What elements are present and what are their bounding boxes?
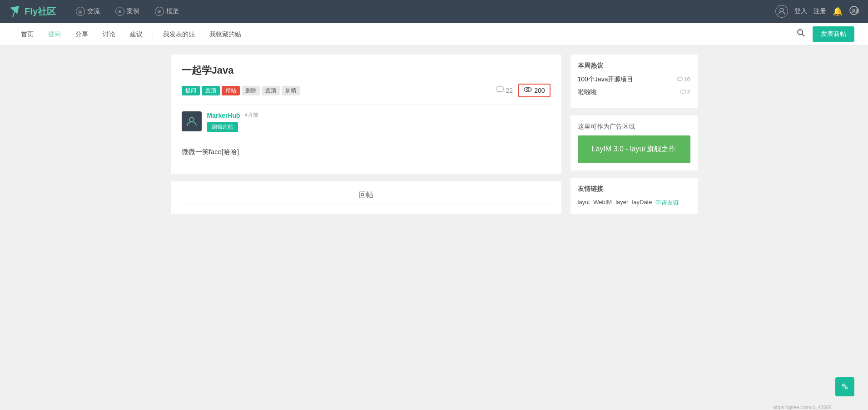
user-avatar-top — [775, 5, 788, 18]
view-count-value: 200 — [534, 87, 545, 94]
svg-point-5 — [798, 30, 803, 35]
view-count-box: 200 — [518, 84, 550, 97]
edit-post-button[interactable]: 编辑此帖 — [207, 122, 238, 132]
nav-kuangjia[interactable]: UI 框架 — [149, 4, 185, 19]
login-link[interactable]: 登入 — [794, 7, 807, 15]
sub-nav-taolun[interactable]: 讨论 — [95, 23, 123, 45]
svg-point-9 — [527, 89, 529, 91]
author-name[interactable]: MarkerHub — [207, 112, 240, 119]
svg-line-6 — [802, 34, 804, 36]
post-meta: 提问 置顶 精帖 删除 置顶 加精 2 — [182, 84, 551, 97]
friend-link-layui[interactable]: layui — [578, 199, 590, 207]
main-wrapper: 一起学Java 提问 置顶 精帖 删除 置顶 加精 — [162, 55, 707, 221]
svg-marker-0 — [10, 6, 19, 14]
sub-nav-divider — [153, 30, 153, 38]
nav-anli[interactable]: ♛ 案例 — [109, 4, 146, 19]
hot-week-card: 本周热议 100个Java开源项目 10 啦啦啦 — [570, 55, 698, 108]
post-tags: 提问 置顶 精帖 删除 置顶 加精 — [182, 86, 300, 95]
author-name-row: MarkerHub 4月前 — [207, 111, 259, 119]
top-nav-links: ◎ 交流 ♛ 案例 UI 框架 — [69, 4, 775, 19]
sub-nav: 首页 提问 分享 讨论 建议 我发表的贴 我收藏的贴 发表新帖 — [0, 23, 868, 45]
new-post-button[interactable]: 发表新帖 — [813, 26, 854, 42]
logo-text: Fly社区 — [25, 5, 56, 18]
ad-banner[interactable]: LayIM 3.0 - layui 旗舰之作 — [578, 135, 690, 163]
kuangjia-circle-icon: UI — [155, 7, 164, 16]
sub-nav-links: 首页 提问 分享 讨论 建议 我发表的贴 我收藏的贴 — [14, 23, 796, 45]
nav-jiaoliu[interactable]: ◎ 交流 — [69, 4, 106, 19]
post-stats: 22 200 — [496, 84, 551, 97]
sub-nav-tiqiu[interactable]: 提问 — [41, 23, 68, 45]
sub-nav-right: 发表新帖 — [796, 26, 854, 42]
friend-link-laydate[interactable]: layDate — [632, 199, 652, 207]
tag-jing[interactable]: 精帖 — [222, 86, 240, 95]
hot-item-1-count: 2 — [680, 89, 690, 95]
user-icon — [778, 7, 786, 15]
search-svg — [796, 28, 805, 37]
friend-links-title: 友情链接 — [578, 185, 690, 193]
comment-small-icon — [677, 77, 683, 82]
weibo-svg: 微博 — [849, 5, 859, 15]
sub-nav-mycollect[interactable]: 我收藏的贴 — [202, 23, 248, 45]
svg-line-1 — [13, 11, 15, 17]
anli-label: 案例 — [127, 7, 139, 15]
anli-circle-icon: ♛ — [115, 7, 124, 16]
eye-icon — [524, 86, 532, 95]
ad-label: 这里可作为广告区域 — [578, 123, 690, 131]
svg-point-8 — [524, 87, 531, 92]
sub-nav-home[interactable]: 首页 — [14, 23, 41, 45]
sub-nav-jianyi[interactable]: 建议 — [123, 23, 150, 45]
hot-item-1-title: 啦啦啦 — [578, 88, 597, 96]
friend-link-layer[interactable]: layer — [615, 199, 628, 207]
tag-del[interactable]: 删除 — [242, 86, 260, 95]
kuangjia-label: 框架 — [166, 7, 179, 15]
search-icon[interactable] — [796, 28, 805, 40]
left-content: 一起学Java 提问 置顶 精帖 删除 置顶 加精 — [171, 55, 561, 221]
comment-count: 22 — [496, 86, 513, 95]
comment-count-value: 22 — [506, 87, 513, 94]
tag-zhiding2[interactable]: 置顶 — [262, 86, 280, 95]
sub-nav-fenxiang[interactable]: 分享 — [68, 23, 95, 45]
hot-item-1[interactable]: 啦啦啦 2 — [578, 88, 690, 96]
svg-rect-7 — [497, 87, 503, 91]
svg-point-2 — [780, 8, 784, 12]
svg-text:微博: 微博 — [852, 9, 859, 13]
svg-rect-11 — [678, 77, 682, 80]
right-sidebar: 本周热议 100个Java开源项目 10 啦啦啦 — [570, 55, 698, 221]
register-link[interactable]: 注册 — [813, 7, 826, 15]
hot-item-1-count-val: 2 — [687, 89, 690, 95]
tag-tiqiu[interactable]: 提问 — [182, 86, 200, 95]
tag-jiajing[interactable]: 加精 — [282, 86, 300, 95]
post-body: 微微一笑face[哈哈] — [182, 139, 551, 165]
friend-link-webim[interactable]: WebIM — [593, 199, 612, 207]
author-row: MarkerHub 4月前 编辑此帖 — [182, 105, 551, 139]
post-title: 一起学Java — [182, 64, 551, 77]
hot-item-0-title: 100个Java开源项目 — [578, 75, 634, 84]
hot-item-0-count-val: 10 — [684, 76, 690, 83]
sub-nav-mypost[interactable]: 我发表的贴 — [156, 23, 202, 45]
post-card: 一起学Java 提问 置顶 精帖 删除 置顶 加精 — [171, 55, 561, 174]
svg-rect-12 — [681, 90, 685, 93]
tag-zhiding[interactable]: 置顶 — [202, 86, 220, 95]
top-nav: Fly社区 ◎ 交流 ♛ 案例 UI 框架 登入 注册 🔔 微博 — [0, 0, 868, 23]
top-right: 登入 注册 🔔 微博 — [775, 5, 859, 18]
friend-link-apply[interactable]: 申请友链 — [655, 199, 679, 207]
reply-card: 回帖 — [171, 181, 561, 214]
comment-icon — [496, 86, 504, 95]
hot-item-0-count: 10 — [677, 76, 690, 83]
hot-section-title: 本周热议 — [578, 62, 690, 70]
author-time: 4月前 — [245, 111, 259, 119]
author-info: MarkerHub 4月前 编辑此帖 — [207, 111, 259, 132]
author-avatar-icon — [185, 115, 198, 128]
jiaoliu-circle-icon: ◎ — [76, 7, 85, 16]
logo[interactable]: Fly社区 — [9, 5, 56, 18]
author-avatar — [182, 111, 202, 131]
weibo-icon[interactable]: 微博 — [849, 5, 859, 18]
notification-icon[interactable]: 🔔 — [833, 6, 843, 16]
friend-links-card: 友情链接 layui WebIM layer layDate 申请友链 — [570, 178, 698, 214]
jiaoliu-label: 交流 — [87, 7, 100, 15]
reply-title: 回帖 — [182, 190, 551, 205]
friend-links: layui WebIM layer layDate 申请友链 — [578, 199, 690, 207]
logo-icon — [9, 5, 22, 18]
svg-point-10 — [189, 117, 194, 122]
hot-item-0[interactable]: 100个Java开源项目 10 — [578, 75, 690, 84]
